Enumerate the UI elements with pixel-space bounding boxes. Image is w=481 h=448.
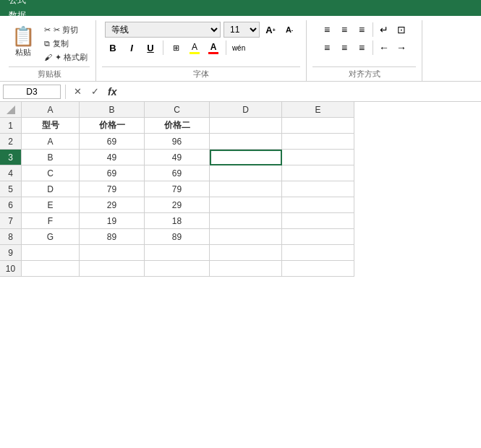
cell-C1[interactable]: 价格二: [145, 118, 210, 134]
cell-B1[interactable]: 价格一: [80, 118, 145, 134]
cut-button[interactable]: ✂ ✂ 剪切: [42, 23, 90, 36]
col-header-E[interactable]: E: [282, 102, 354, 118]
cell-E6[interactable]: [282, 197, 354, 213]
cell-A10[interactable]: [22, 261, 80, 277]
align-middle-button[interactable]: ≡: [336, 22, 352, 38]
cell-E9[interactable]: [282, 245, 354, 261]
cell-B3[interactable]: 49: [80, 150, 145, 165]
row-header-8[interactable]: 8: [0, 229, 22, 245]
cell-D10[interactable]: [210, 261, 282, 277]
cell-B9[interactable]: [80, 245, 145, 261]
wrap-text-button[interactable]: ↵: [376, 22, 392, 38]
cell-C6[interactable]: 29: [145, 197, 210, 213]
font-size-up-button[interactable]: A+: [263, 22, 278, 38]
align-right-button[interactable]: ≡: [354, 40, 370, 56]
paste-button[interactable]: 📋 粘贴: [9, 23, 38, 61]
cell-B2[interactable]: 69: [80, 134, 145, 150]
cell-A9[interactable]: [22, 245, 80, 261]
cell-C4[interactable]: 69: [145, 165, 210, 181]
cell-E7[interactable]: [282, 213, 354, 229]
row-header-4[interactable]: 4: [0, 165, 22, 181]
cell-D3[interactable]: [210, 150, 282, 165]
cell-A7[interactable]: F: [22, 213, 80, 229]
row-header-6[interactable]: 6: [0, 197, 22, 213]
fill-color-button[interactable]: A: [187, 40, 203, 56]
cell-E1[interactable]: [282, 118, 354, 134]
cell-E4[interactable]: [282, 165, 354, 181]
copy-button[interactable]: ⧉ 复制: [42, 37, 90, 50]
formula-confirm-button[interactable]: ✓: [88, 86, 102, 97]
align-bottom-button[interactable]: ≡: [354, 22, 370, 38]
select-all-icon[interactable]: [7, 105, 15, 114]
cell-C7[interactable]: 18: [145, 213, 210, 229]
grid-container: 型号价格一价格二A6996B4949C6969D7979E2929F1918G8…: [22, 118, 481, 277]
cell-A2[interactable]: A: [22, 134, 80, 150]
cell-A3[interactable]: B: [22, 150, 80, 165]
align-center-button[interactable]: ≡: [336, 40, 352, 56]
formula-cancel-button[interactable]: ✕: [70, 86, 85, 97]
cell-D2[interactable]: [210, 134, 282, 150]
cell-A6[interactable]: E: [22, 197, 80, 213]
formula-bar: ✕ ✓ fx: [0, 82, 481, 102]
cell-E8[interactable]: [282, 229, 354, 245]
cell-D6[interactable]: [210, 197, 282, 213]
font-color-button[interactable]: A: [205, 40, 221, 56]
cell-C9[interactable]: [145, 245, 210, 261]
cell-reference-input[interactable]: [3, 85, 61, 99]
cell-C10[interactable]: [145, 261, 210, 277]
font-size-select[interactable]: 11: [224, 22, 260, 38]
bold-button[interactable]: B: [105, 40, 121, 56]
cell-D8[interactable]: [210, 229, 282, 245]
cell-D7[interactable]: [210, 213, 282, 229]
cell-B4[interactable]: 69: [80, 165, 145, 181]
cell-D1[interactable]: [210, 118, 282, 134]
cell-B6[interactable]: 29: [80, 197, 145, 213]
phonetic-icon: wén: [232, 44, 245, 52]
cell-C2[interactable]: 96: [145, 134, 210, 150]
row-header-1[interactable]: 1: [0, 118, 22, 134]
row-header-10[interactable]: 10: [0, 261, 22, 277]
cell-A8[interactable]: G: [22, 229, 80, 245]
col-header-D[interactable]: D: [210, 102, 282, 118]
cell-E3[interactable]: [282, 150, 354, 165]
cell-B7[interactable]: 19: [80, 213, 145, 229]
cell-E2[interactable]: [282, 134, 354, 150]
cell-D4[interactable]: [210, 165, 282, 181]
cell-A5[interactable]: D: [22, 181, 80, 197]
cell-B10[interactable]: [80, 261, 145, 277]
row-header-5[interactable]: 5: [0, 181, 22, 197]
row-header-9[interactable]: 9: [0, 245, 22, 261]
align-left-button[interactable]: ≡: [319, 40, 335, 56]
cell-C5[interactable]: 79: [145, 181, 210, 197]
col-header-C[interactable]: C: [145, 102, 210, 118]
border-button[interactable]: ⊞: [168, 40, 184, 56]
col-header-A[interactable]: A: [22, 102, 80, 118]
increase-indent-button[interactable]: →: [393, 40, 409, 56]
underline-button[interactable]: U: [142, 40, 158, 56]
col-header-B[interactable]: B: [80, 102, 145, 118]
formula-input[interactable]: [122, 85, 478, 99]
cell-A1[interactable]: 型号: [22, 118, 80, 134]
cell-C8[interactable]: 89: [145, 229, 210, 245]
merge-center-button[interactable]: ⊡: [393, 22, 409, 38]
cell-D5[interactable]: [210, 181, 282, 197]
cell-C3[interactable]: 49: [145, 150, 210, 165]
italic-button[interactable]: I: [124, 40, 140, 56]
cell-E5[interactable]: [282, 181, 354, 197]
decrease-indent-button[interactable]: ←: [376, 40, 392, 56]
font-size-down-button[interactable]: A-: [281, 22, 297, 38]
cell-B8[interactable]: 89: [80, 229, 145, 245]
cell-D9[interactable]: [210, 245, 282, 261]
cell-E10[interactable]: [282, 261, 354, 277]
align-top-button[interactable]: ≡: [319, 22, 335, 38]
phonetic-button[interactable]: wén: [231, 40, 247, 56]
menu-item-公式[interactable]: 公式: [3, 0, 70, 8]
row-header-7[interactable]: 7: [0, 213, 22, 229]
cell-B5[interactable]: 79: [80, 181, 145, 197]
row-header-2[interactable]: 2: [0, 134, 22, 150]
font-name-select[interactable]: 等线: [105, 22, 221, 38]
grid-row-6: E2929: [22, 197, 481, 213]
format-painter-button[interactable]: 🖌 ✦ 格式刷: [42, 51, 90, 64]
cell-A4[interactable]: C: [22, 165, 80, 181]
row-header-3[interactable]: 3: [0, 150, 22, 165]
